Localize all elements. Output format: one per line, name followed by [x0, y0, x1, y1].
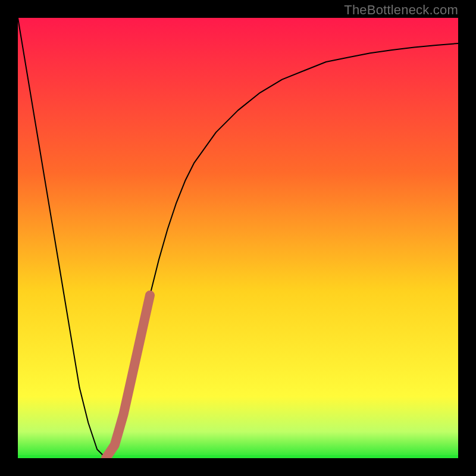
watermark-text: TheBottleneck.com — [344, 2, 458, 18]
chart-frame: TheBottleneck.com — [0, 0, 476, 476]
gradient-background — [18, 18, 458, 458]
green-bottom-strip — [18, 455, 458, 458]
chart-svg — [18, 18, 458, 458]
plot-area — [18, 18, 458, 458]
